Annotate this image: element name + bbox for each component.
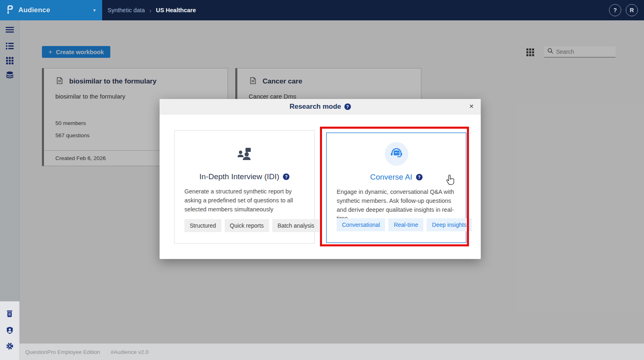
modal-title: Research mode ? [289, 103, 351, 111]
settings-gear-icon[interactable] [0, 342, 19, 350]
breadcrumb-current: US Healthcare [156, 7, 196, 13]
modal-header: Research mode ? ✕ [160, 99, 481, 114]
questionpro-logo-icon [7, 5, 13, 15]
mode-tag: Batch analysis [272, 219, 320, 232]
idi-people-icon [175, 147, 314, 161]
help-button[interactable]: ? [609, 4, 621, 16]
mode-tag: Real-time [388, 218, 423, 231]
breadcrumb-parent[interactable]: Synthetic data [107, 7, 145, 13]
idi-description: Generate a structured synthetic report b… [184, 187, 304, 214]
converse-ai-icon-circle [385, 142, 408, 166]
chevron-down-icon: ▾ [93, 7, 96, 13]
idi-tags: Structured Quick reports Batch analysis [184, 219, 304, 232]
sidebar-bottom [0, 301, 20, 360]
mode-card-idi[interactable]: In-Depth Interview (IDI) ? Generate a st… [174, 130, 315, 244]
product-name: Audience [18, 6, 50, 14]
avatar[interactable]: R [626, 4, 638, 16]
chat-headset-icon [390, 147, 403, 160]
converse-ai-tags: Conversational Real-time Deep insights [337, 218, 456, 231]
account-shield-icon[interactable] [0, 327, 19, 334]
close-icon[interactable]: ✕ [469, 103, 474, 110]
modal-title-text: Research mode [289, 103, 341, 111]
footer-edition: QuestionPro Employee Edition [25, 349, 100, 355]
modal-help-icon[interactable]: ? [344, 103, 351, 110]
converse-ai-title: Converse AI ? [327, 173, 466, 182]
breadcrumb-separator-icon: › [149, 7, 151, 14]
idi-help-icon[interactable]: ? [283, 173, 289, 180]
mode-tag: Deep insights [427, 218, 472, 231]
top-bar: Audience ▾ Synthetic data › US Healthcar… [0, 0, 644, 20]
converse-ai-help-icon[interactable]: ? [416, 174, 423, 180]
product-switcher[interactable]: Audience ▾ [0, 0, 102, 20]
app-root: Audience ▾ Synthetic data › US Healthcar… [0, 0, 644, 360]
mode-card-converse-ai[interactable]: Converse AI ? Engage in dynamic, convers… [326, 132, 467, 243]
research-mode-modal: Research mode ? ✕ In-Depth Interview (ID… [160, 99, 481, 259]
converse-ai-title-text: Converse AI [370, 173, 412, 182]
trash-icon[interactable] [0, 310, 19, 317]
topbar-actions: ? R [609, 4, 644, 16]
footer-version: #Audience v2.0 [111, 349, 149, 355]
footer: QuestionPro Employee Edition #Audience v… [20, 343, 644, 360]
mode-tag: Quick reports [225, 219, 269, 232]
idi-title: In-Depth Interview (IDI) ? [175, 172, 314, 181]
mode-tag: Structured [184, 219, 221, 232]
idi-title-text: In-Depth Interview (IDI) [199, 172, 279, 181]
converse-ai-description: Engage in dynamic, conversational Q&A wi… [337, 188, 456, 223]
mode-tag: Conversational [337, 218, 385, 231]
breadcrumb: Synthetic data › US Healthcare [102, 7, 196, 14]
